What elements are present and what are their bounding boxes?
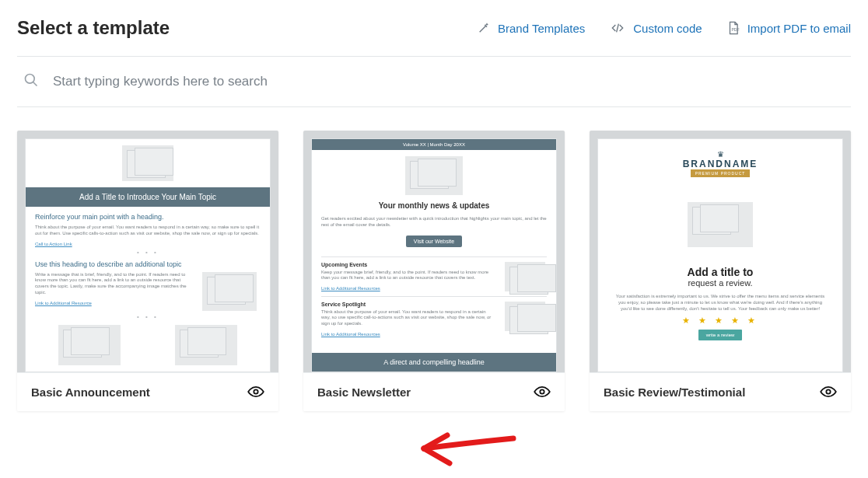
search-input[interactable] [53, 74, 845, 89]
card-footer: Basic Announcement [17, 372, 278, 411]
svg-point-4 [826, 389, 830, 393]
custom-code-link[interactable]: Custom code [610, 22, 702, 35]
preview-button[interactable] [820, 386, 837, 398]
code-icon [610, 22, 625, 34]
svg-point-1 [26, 75, 35, 84]
brand-templates-label: Brand Templates [498, 22, 585, 35]
brand-templates-link[interactable]: Brand Templates [478, 22, 585, 35]
custom-code-label: Custom code [633, 22, 702, 35]
search-icon [23, 72, 39, 91]
svg-point-2 [254, 389, 257, 393]
template-card-review[interactable]: ♛ BRANDNAME PREMIUM PRODUCT Add a title … [590, 131, 851, 411]
template-thumbnail: Add a Title to Introduce Your Main Topic… [17, 131, 278, 372]
template-thumbnail: Volume XX | Month Day 20XX Your monthly … [303, 131, 565, 372]
card-footer: Basic Newsletter [303, 372, 565, 411]
preview-button[interactable] [247, 386, 264, 398]
annotation-arrow [412, 429, 521, 476]
preview-title-band: Add a Title to Introduce Your Main Topic [26, 187, 270, 207]
star-rating-icon: ★ ★ ★ ★ ★ [615, 316, 825, 326]
svg-point-3 [540, 389, 544, 393]
import-pdf-label: Import PDF to email [747, 22, 851, 35]
pdf-file-icon: PDF [727, 21, 740, 35]
template-thumbnail: ♛ BRANDNAME PREMIUM PRODUCT Add a title … [590, 131, 851, 372]
header-actions: Brand Templates Custom code PDF Import P… [478, 21, 851, 35]
import-pdf-link[interactable]: PDF Import PDF to email [727, 21, 851, 35]
svg-text:PDF: PDF [731, 27, 739, 32]
card-footer: Basic Review/Testimonial [590, 372, 851, 411]
template-gallery: Add a Title to Introduce Your Main Topic… [0, 107, 868, 411]
search-row [17, 56, 851, 107]
card-title: Basic Review/Testimonial [604, 386, 745, 399]
card-title: Basic Announcement [31, 386, 150, 399]
page-header: Select a template Brand Templates Custom… [0, 0, 868, 56]
preview-button[interactable] [534, 386, 551, 398]
template-card-newsletter[interactable]: Volume XX | Month Day 20XX Your monthly … [303, 131, 565, 411]
card-title: Basic Newsletter [317, 386, 411, 399]
template-card-announcement[interactable]: Add a Title to Introduce Your Main Topic… [17, 131, 278, 411]
wand-icon [478, 22, 490, 34]
page-title: Select a template [17, 17, 170, 39]
